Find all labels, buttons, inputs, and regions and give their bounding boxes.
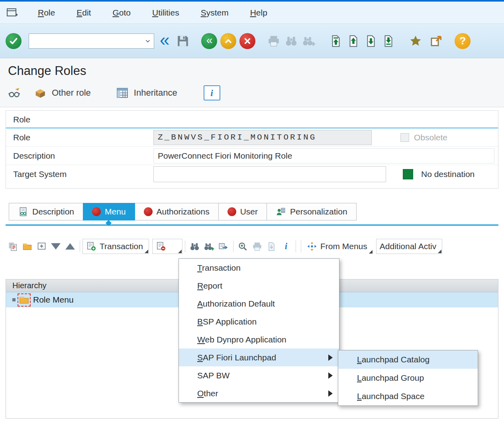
menu-item-other[interactable]: Other — [179, 384, 339, 402]
menu-item-launchpad-catalog[interactable]: Launchpad Catalog — [338, 350, 478, 369]
description-input[interactable] — [153, 148, 494, 163]
tab-label: Authorizations — [157, 207, 210, 216]
menu-item-transaction[interactable]: Transaction — [179, 259, 339, 277]
find-next-icon[interactable] — [202, 239, 216, 254]
menu-item-authorization-default[interactable]: Authorization Default — [179, 295, 339, 313]
command-field — [29, 33, 154, 49]
menu-edit[interactable]: Edit — [66, 8, 102, 18]
menu-item-launchpad-group[interactable]: Launchpad Group — [338, 369, 478, 387]
tab-description[interactable]: Description — [9, 203, 83, 220]
menu-item-label: Authorization Default — [197, 299, 275, 309]
sap-gui-window: Role Edit Goto Utilities System Help « « — [0, 0, 504, 421]
launchpad-submenu: Launchpad Catalog Launchpad Group Launch… — [338, 350, 478, 406]
last-page-button[interactable] — [380, 32, 397, 50]
standard-toolbar: « « — [0, 24, 504, 58]
menu-item-label: SAP Fiori Launchpad — [197, 353, 276, 362]
tree-expander[interactable] — [12, 298, 16, 301]
find-icon[interactable] — [188, 239, 202, 254]
target-system-input[interactable] — [153, 166, 386, 182]
menu-item-label: BSP Application — [197, 317, 257, 327]
exit-button[interactable] — [220, 33, 236, 49]
target-system-row: Target System No destination — [6, 165, 498, 183]
help-glyph: ? — [460, 35, 466, 47]
first-page-button[interactable] — [327, 32, 345, 50]
menu-item-bsp-application[interactable]: BSP Application — [179, 313, 339, 331]
role-row: Role Z_BNWVS_FIORI_MONITORING Obsolete — [6, 128, 498, 147]
role-group-label: Role — [6, 111, 498, 128]
target-system-field-label: Target System — [13, 169, 153, 179]
export-icon — [265, 239, 279, 254]
hierarchy-header-label: Hierarchy — [12, 281, 47, 290]
display-change-button[interactable] — [8, 86, 22, 100]
menu-help[interactable]: Help — [239, 8, 278, 18]
move-down-icon[interactable] — [49, 239, 63, 254]
info-button[interactable]: i — [204, 85, 220, 100]
new-session-icon[interactable] — [428, 32, 445, 50]
move-up-icon[interactable] — [63, 239, 77, 254]
copy-icon[interactable] — [6, 239, 20, 254]
from-menus-button[interactable]: From Menus — [304, 239, 373, 254]
other-role-label: Other role — [52, 88, 91, 98]
chevron-down-icon[interactable] — [142, 37, 154, 45]
enter-button[interactable] — [6, 33, 22, 49]
menu-item-report[interactable]: Report — [179, 277, 339, 295]
other-role-button[interactable]: Other role — [33, 86, 91, 100]
insert-node-icon[interactable] — [34, 239, 49, 254]
tabstrip: Description Menu Authorizations User Per… — [9, 203, 504, 220]
menu-item-label: Other — [197, 389, 218, 398]
add-transaction-button[interactable]: Transaction — [82, 239, 149, 254]
info-icon[interactable]: i — [279, 239, 293, 254]
save-button[interactable] — [174, 32, 192, 50]
additional-activities-label: Additional Activ — [380, 242, 436, 251]
command-input[interactable] — [29, 34, 142, 48]
menu-tab-toolbar: Transaction i From Menus — [6, 238, 498, 255]
tabstrip-underline — [6, 224, 498, 226]
menu-item-sap-fiori-launchpad[interactable]: SAP Fiori Launchpad — [179, 348, 339, 366]
submenu-arrow-icon — [328, 372, 333, 379]
description-row: Description — [6, 147, 498, 165]
help-button[interactable]: ? — [455, 33, 471, 49]
inheritance-table-icon — [116, 86, 129, 100]
application-toolbar: Other role Inheritance i — [0, 81, 504, 107]
system-menu-icon[interactable] — [6, 8, 18, 18]
tab-label: Menu — [105, 207, 126, 216]
find-next-icon — [300, 32, 318, 50]
menu-system[interactable]: System — [190, 8, 239, 18]
separator — [80, 240, 80, 252]
tab-authorizations[interactable]: Authorizations — [135, 203, 219, 220]
back-button[interactable]: « — [201, 33, 217, 49]
inheritance-label: Inheritance — [134, 88, 177, 98]
tab-personalization[interactable]: Personalization — [267, 203, 357, 220]
menu-utilities[interactable]: Utilities — [141, 8, 190, 18]
inheritance-button[interactable]: Inheritance — [116, 86, 177, 100]
menu-item-web-dynpro-application[interactable]: Web Dynpro Application — [179, 331, 339, 348]
create-folder-icon[interactable] — [20, 239, 34, 254]
menu-goto[interactable]: Goto — [102, 8, 141, 18]
role-name-field: Z_BNWVS_FIORI_MONITORING — [153, 130, 372, 145]
transfer-icon[interactable] — [216, 239, 231, 254]
tab-menu[interactable]: Menu — [83, 203, 135, 220]
object-type-menu: Transaction Report Authorization Default… — [178, 258, 339, 403]
menu-role[interactable]: Role — [27, 8, 66, 18]
menu-item-label: Launchpad Catalog — [357, 355, 429, 364]
previous-page-button[interactable] — [345, 32, 362, 50]
status-red-icon — [227, 207, 236, 216]
menu-item-label: Launchpad Space — [357, 391, 424, 401]
tab-label: Personalization — [290, 207, 347, 216]
document-display-icon — [18, 207, 28, 217]
additional-activities-button[interactable]: Additional Activ — [376, 239, 442, 254]
menu-item-sap-bw[interactable]: SAP BW — [179, 366, 339, 384]
zoom-in-icon[interactable] — [236, 239, 250, 254]
print-icon — [265, 32, 282, 50]
tab-user[interactable]: User — [218, 203, 267, 220]
info-glyph: i — [285, 241, 287, 252]
menu-item-label: Report — [197, 281, 222, 291]
next-page-button[interactable] — [362, 32, 380, 50]
cancel-button[interactable] — [239, 33, 255, 49]
create-shortcut-icon[interactable] — [407, 32, 424, 50]
insert-object-button[interactable] — [152, 239, 182, 254]
print-icon — [250, 239, 265, 254]
header-area: Change Roles Other role Inheritance — [0, 58, 504, 107]
collapse-command-icon[interactable]: « — [160, 32, 169, 48]
menu-item-launchpad-space[interactable]: Launchpad Space — [338, 387, 478, 405]
